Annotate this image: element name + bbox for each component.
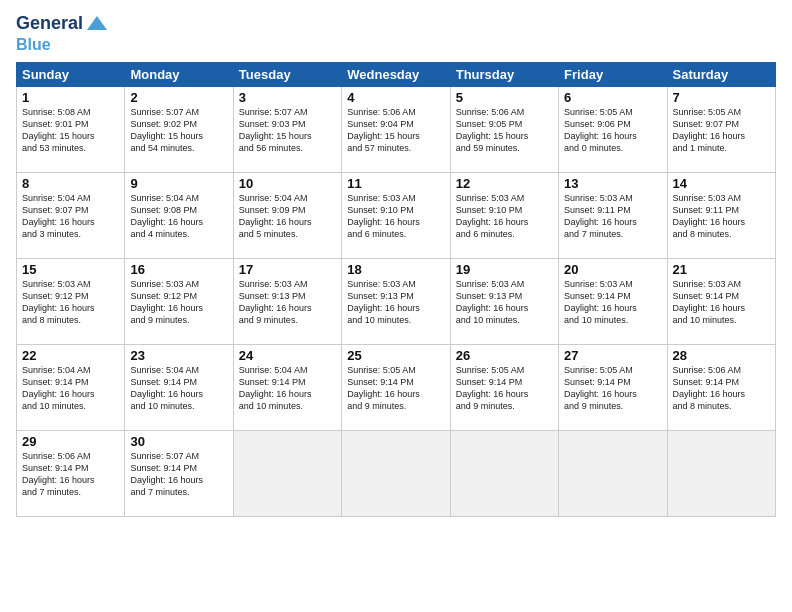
header: General Blue xyxy=(16,12,776,54)
day-info: Sunrise: 5:04 AM Sunset: 9:09 PM Dayligh… xyxy=(239,192,336,241)
day-number: 17 xyxy=(239,262,336,277)
calendar-cell: 2Sunrise: 5:07 AM Sunset: 9:02 PM Daylig… xyxy=(125,86,233,172)
day-info: Sunrise: 5:04 AM Sunset: 9:14 PM Dayligh… xyxy=(239,364,336,413)
calendar-cell: 5Sunrise: 5:06 AM Sunset: 9:05 PM Daylig… xyxy=(450,86,558,172)
calendar-cell: 20Sunrise: 5:03 AM Sunset: 9:14 PM Dayli… xyxy=(559,258,667,344)
calendar-cell: 22Sunrise: 5:04 AM Sunset: 9:14 PM Dayli… xyxy=(17,344,125,430)
calendar-cell: 18Sunrise: 5:03 AM Sunset: 9:13 PM Dayli… xyxy=(342,258,450,344)
day-info: Sunrise: 5:08 AM Sunset: 9:01 PM Dayligh… xyxy=(22,106,119,155)
calendar-cell: 17Sunrise: 5:03 AM Sunset: 9:13 PM Dayli… xyxy=(233,258,341,344)
calendar-cell xyxy=(559,430,667,516)
day-info: Sunrise: 5:06 AM Sunset: 9:05 PM Dayligh… xyxy=(456,106,553,155)
calendar-table: SundayMondayTuesdayWednesdayThursdayFrid… xyxy=(16,62,776,517)
calendar-cell: 21Sunrise: 5:03 AM Sunset: 9:14 PM Dayli… xyxy=(667,258,775,344)
calendar-cell: 23Sunrise: 5:04 AM Sunset: 9:14 PM Dayli… xyxy=(125,344,233,430)
calendar-cell: 6Sunrise: 5:05 AM Sunset: 9:06 PM Daylig… xyxy=(559,86,667,172)
logo-text: General xyxy=(16,14,83,34)
calendar-cell: 28Sunrise: 5:06 AM Sunset: 9:14 PM Dayli… xyxy=(667,344,775,430)
day-info: Sunrise: 5:03 AM Sunset: 9:12 PM Dayligh… xyxy=(22,278,119,327)
calendar-cell: 13Sunrise: 5:03 AM Sunset: 9:11 PM Dayli… xyxy=(559,172,667,258)
day-number: 11 xyxy=(347,176,444,191)
calendar-week-4: 22Sunrise: 5:04 AM Sunset: 9:14 PM Dayli… xyxy=(17,344,776,430)
day-number: 15 xyxy=(22,262,119,277)
calendar-cell: 26Sunrise: 5:05 AM Sunset: 9:14 PM Dayli… xyxy=(450,344,558,430)
calendar-cell: 14Sunrise: 5:03 AM Sunset: 9:11 PM Dayli… xyxy=(667,172,775,258)
day-number: 26 xyxy=(456,348,553,363)
calendar-cell: 7Sunrise: 5:05 AM Sunset: 9:07 PM Daylig… xyxy=(667,86,775,172)
calendar-weekday-monday: Monday xyxy=(125,62,233,86)
day-number: 18 xyxy=(347,262,444,277)
day-number: 8 xyxy=(22,176,119,191)
calendar-cell: 10Sunrise: 5:04 AM Sunset: 9:09 PM Dayli… xyxy=(233,172,341,258)
calendar-cell: 3Sunrise: 5:07 AM Sunset: 9:03 PM Daylig… xyxy=(233,86,341,172)
day-info: Sunrise: 5:05 AM Sunset: 9:14 PM Dayligh… xyxy=(347,364,444,413)
day-number: 22 xyxy=(22,348,119,363)
day-number: 2 xyxy=(130,90,227,105)
page: General Blue SundayMondayTuesdayWednesda… xyxy=(0,0,792,612)
day-info: Sunrise: 5:03 AM Sunset: 9:10 PM Dayligh… xyxy=(347,192,444,241)
day-number: 24 xyxy=(239,348,336,363)
day-info: Sunrise: 5:07 AM Sunset: 9:03 PM Dayligh… xyxy=(239,106,336,155)
day-number: 20 xyxy=(564,262,661,277)
day-number: 27 xyxy=(564,348,661,363)
day-info: Sunrise: 5:05 AM Sunset: 9:06 PM Dayligh… xyxy=(564,106,661,155)
svg-marker-0 xyxy=(87,16,107,30)
calendar-header-row: SundayMondayTuesdayWednesdayThursdayFrid… xyxy=(17,62,776,86)
day-number: 29 xyxy=(22,434,119,449)
day-info: Sunrise: 5:04 AM Sunset: 9:14 PM Dayligh… xyxy=(130,364,227,413)
day-number: 5 xyxy=(456,90,553,105)
day-info: Sunrise: 5:05 AM Sunset: 9:07 PM Dayligh… xyxy=(673,106,770,155)
logo: General Blue xyxy=(16,12,109,54)
calendar-week-3: 15Sunrise: 5:03 AM Sunset: 9:12 PM Dayli… xyxy=(17,258,776,344)
day-info: Sunrise: 5:07 AM Sunset: 9:14 PM Dayligh… xyxy=(130,450,227,499)
day-number: 13 xyxy=(564,176,661,191)
day-info: Sunrise: 5:03 AM Sunset: 9:11 PM Dayligh… xyxy=(673,192,770,241)
day-info: Sunrise: 5:03 AM Sunset: 9:14 PM Dayligh… xyxy=(564,278,661,327)
day-info: Sunrise: 5:06 AM Sunset: 9:14 PM Dayligh… xyxy=(22,450,119,499)
calendar-cell: 15Sunrise: 5:03 AM Sunset: 9:12 PM Dayli… xyxy=(17,258,125,344)
day-info: Sunrise: 5:03 AM Sunset: 9:12 PM Dayligh… xyxy=(130,278,227,327)
day-number: 1 xyxy=(22,90,119,105)
calendar-cell: 30Sunrise: 5:07 AM Sunset: 9:14 PM Dayli… xyxy=(125,430,233,516)
calendar-week-5: 29Sunrise: 5:06 AM Sunset: 9:14 PM Dayli… xyxy=(17,430,776,516)
day-number: 9 xyxy=(130,176,227,191)
day-info: Sunrise: 5:05 AM Sunset: 9:14 PM Dayligh… xyxy=(564,364,661,413)
day-number: 21 xyxy=(673,262,770,277)
calendar-weekday-wednesday: Wednesday xyxy=(342,62,450,86)
day-info: Sunrise: 5:03 AM Sunset: 9:13 PM Dayligh… xyxy=(347,278,444,327)
calendar-cell xyxy=(667,430,775,516)
calendar-cell: 24Sunrise: 5:04 AM Sunset: 9:14 PM Dayli… xyxy=(233,344,341,430)
day-number: 7 xyxy=(673,90,770,105)
calendar-cell: 11Sunrise: 5:03 AM Sunset: 9:10 PM Dayli… xyxy=(342,172,450,258)
day-info: Sunrise: 5:06 AM Sunset: 9:04 PM Dayligh… xyxy=(347,106,444,155)
day-info: Sunrise: 5:04 AM Sunset: 9:07 PM Dayligh… xyxy=(22,192,119,241)
day-info: Sunrise: 5:03 AM Sunset: 9:14 PM Dayligh… xyxy=(673,278,770,327)
day-number: 6 xyxy=(564,90,661,105)
day-number: 23 xyxy=(130,348,227,363)
day-info: Sunrise: 5:05 AM Sunset: 9:14 PM Dayligh… xyxy=(456,364,553,413)
calendar-cell: 1Sunrise: 5:08 AM Sunset: 9:01 PM Daylig… xyxy=(17,86,125,172)
day-info: Sunrise: 5:03 AM Sunset: 9:11 PM Dayligh… xyxy=(564,192,661,241)
day-number: 19 xyxy=(456,262,553,277)
day-info: Sunrise: 5:04 AM Sunset: 9:08 PM Dayligh… xyxy=(130,192,227,241)
day-info: Sunrise: 5:07 AM Sunset: 9:02 PM Dayligh… xyxy=(130,106,227,155)
calendar-cell: 29Sunrise: 5:06 AM Sunset: 9:14 PM Dayli… xyxy=(17,430,125,516)
day-number: 4 xyxy=(347,90,444,105)
calendar-weekday-saturday: Saturday xyxy=(667,62,775,86)
calendar-cell: 19Sunrise: 5:03 AM Sunset: 9:13 PM Dayli… xyxy=(450,258,558,344)
day-info: Sunrise: 5:04 AM Sunset: 9:14 PM Dayligh… xyxy=(22,364,119,413)
day-number: 14 xyxy=(673,176,770,191)
calendar-cell xyxy=(233,430,341,516)
calendar-weekday-sunday: Sunday xyxy=(17,62,125,86)
day-number: 30 xyxy=(130,434,227,449)
calendar-weekday-friday: Friday xyxy=(559,62,667,86)
calendar-cell: 9Sunrise: 5:04 AM Sunset: 9:08 PM Daylig… xyxy=(125,172,233,258)
day-number: 10 xyxy=(239,176,336,191)
logo-blue-text: Blue xyxy=(16,36,109,54)
calendar-cell: 4Sunrise: 5:06 AM Sunset: 9:04 PM Daylig… xyxy=(342,86,450,172)
day-number: 28 xyxy=(673,348,770,363)
day-info: Sunrise: 5:03 AM Sunset: 9:13 PM Dayligh… xyxy=(239,278,336,327)
calendar-weekday-tuesday: Tuesday xyxy=(233,62,341,86)
calendar-cell xyxy=(342,430,450,516)
day-number: 16 xyxy=(130,262,227,277)
